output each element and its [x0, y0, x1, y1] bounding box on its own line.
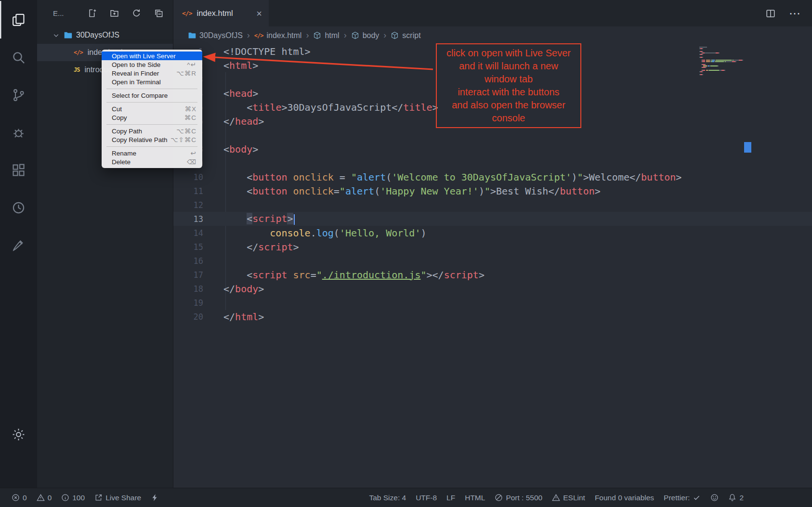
split-editor-button[interactable] — [766, 9, 775, 18]
code-line-15[interactable]: 15 </script> — [173, 240, 812, 254]
history-icon — [11, 200, 26, 215]
status-bolt[interactable] — [146, 494, 164, 502]
run-debug-button[interactable] — [0, 114, 37, 151]
html-file-icon: </> — [182, 10, 192, 17]
line-content: <html> — [203, 60, 258, 71]
menu-shortcut: ⌥⌘R — [176, 69, 196, 77]
code-line-20[interactable]: 20</html> — [173, 310, 812, 324]
new-file-button[interactable] — [88, 9, 97, 18]
line-number: 10 — [173, 172, 203, 182]
code-line-18[interactable]: 18</body> — [173, 282, 812, 296]
explorer-actions — [88, 9, 163, 18]
collapse-all-button[interactable] — [154, 9, 163, 18]
more-actions-icon[interactable]: ⋯ — [789, 8, 800, 19]
status-found-0-variables[interactable]: Found 0 variables — [590, 494, 659, 502]
settings-button[interactable] — [0, 416, 37, 453]
status-html[interactable]: HTML — [460, 494, 490, 502]
line-number: 11 — [173, 186, 203, 196]
statusbar-right: Tab Size: 4UTF-8LFHTMLPort : 5500ESLintF… — [364, 494, 805, 502]
menu-item-copy-path[interactable]: Copy Path⌥⌘C — [102, 127, 202, 135]
status-0[interactable]: 0 — [32, 494, 57, 502]
minimap-line — [699, 54, 744, 55]
code-line-7[interactable]: 7 — [173, 128, 812, 142]
folder-icon — [188, 31, 196, 39]
search-button[interactable] — [0, 39, 37, 76]
overview-ruler-marker — [744, 142, 751, 153]
menu-item-label: Open with Live Server — [112, 52, 176, 60]
code-line-11[interactable]: 11 <button onclick="alert('Happy New Yea… — [173, 184, 812, 198]
close-icon[interactable]: × — [256, 9, 262, 18]
menu-item-open-with-live-server[interactable]: Open with Live Server — [102, 52, 202, 60]
source-control-button[interactable] — [0, 76, 37, 114]
menu-separator — [106, 146, 197, 147]
symbol-icon — [351, 31, 359, 39]
status-port-5500[interactable]: Port : 5500 — [490, 494, 547, 502]
minimap-line — [699, 64, 744, 65]
new-folder-icon — [110, 9, 119, 18]
circle-slash-icon — [495, 494, 503, 502]
status-utf-8[interactable]: UTF-8 — [411, 494, 442, 502]
status-eslint[interactable]: ESLint — [547, 494, 590, 502]
folder-label: 30DaysOfJS — [76, 31, 119, 39]
code-line-8[interactable]: 8<body> — [173, 142, 812, 156]
split-editor-icon — [766, 9, 775, 18]
chevron-down-icon — [52, 32, 60, 39]
code-line-17[interactable]: 17 <script src="./introduction.js"></scr… — [173, 268, 812, 282]
history-button[interactable] — [0, 189, 37, 226]
status-prettier[interactable]: Prettier: — [659, 494, 706, 502]
breadcrumb-body[interactable]: body — [351, 31, 380, 40]
status-2[interactable]: 2 — [723, 494, 748, 502]
menu-item-copy[interactable]: Copy⌘C — [102, 113, 202, 122]
line-number: 19 — [173, 298, 203, 308]
code-line-13[interactable]: 13 <script> — [173, 212, 812, 226]
explorer-header: E... — [37, 0, 173, 26]
breadcrumb-index-html[interactable]: </>index.html — [254, 31, 302, 40]
code-line-12[interactable]: 12 — [173, 198, 812, 212]
status-text: 0 — [23, 494, 27, 502]
menu-separator — [106, 102, 197, 103]
html-file-icon: </> — [254, 32, 263, 39]
minimap[interactable] — [699, 47, 744, 75]
code-line-10[interactable]: 10 <button onclick = "alert('Welcome to … — [173, 170, 812, 184]
breadcrumb-label: body — [363, 31, 380, 40]
breadcrumb-script[interactable]: script — [391, 31, 420, 40]
new-folder-button[interactable] — [110, 9, 119, 18]
bell-icon — [728, 494, 736, 502]
line-content: <button onclick = "alert('Welcome to 30D… — [203, 171, 681, 183]
code-line-16[interactable]: 16 — [173, 254, 812, 268]
code-line-19[interactable]: 19 — [173, 296, 812, 310]
minimap-line — [699, 58, 744, 59]
menu-shortcut: ^↵ — [187, 61, 196, 68]
menu-item-reveal-in-finder[interactable]: Reveal in Finder⌥⌘R — [102, 69, 202, 78]
refresh-button[interactable] — [132, 9, 141, 18]
menu-item-delete[interactable]: Delete⌫ — [102, 157, 202, 166]
run-debug-icon — [11, 125, 26, 140]
pen-button[interactable] — [0, 226, 37, 264]
breadcrumb-html[interactable]: html — [313, 31, 339, 40]
line-content: </script> — [203, 241, 299, 253]
status-100[interactable]: 100 — [56, 494, 90, 502]
explorer-icon — [11, 13, 26, 27]
status-0[interactable]: 0 — [7, 494, 32, 502]
menu-item-select-for-compare[interactable]: Select for Compare — [102, 91, 202, 100]
menu-item-copy-relative-path[interactable]: Copy Relative Path⌥⇧⌘C — [102, 135, 202, 144]
extensions-button[interactable] — [0, 151, 37, 189]
code-line-9[interactable]: 9 — [173, 156, 812, 170]
status-smiley[interactable] — [706, 494, 723, 502]
code-line-14[interactable]: 14 console.log('Hello, World') — [173, 226, 812, 240]
folder-icon — [64, 31, 72, 39]
breadcrumb-30daysofjs[interactable]: 30DaysOfJS — [188, 31, 243, 40]
explorer-button[interactable] — [0, 1, 37, 39]
menu-item-rename[interactable]: Rename↩ — [102, 149, 202, 157]
folder-row-30daysofjs[interactable]: 30DaysOfJS — [37, 26, 173, 44]
menu-item-open-in-terminal[interactable]: Open in Terminal — [102, 78, 202, 86]
status-tab-size-4[interactable]: Tab Size: 4 — [364, 494, 411, 502]
line-number: 17 — [173, 270, 203, 280]
menu-item-open-to-the-side[interactable]: Open to the Side^↵ — [102, 60, 202, 69]
status-lf[interactable]: LF — [442, 494, 460, 502]
chevron-right-icon: › — [306, 30, 309, 40]
menu-item-cut[interactable]: Cut⌘X — [102, 104, 202, 113]
breadcrumb-label: 30DaysOfJS — [199, 31, 243, 40]
tab-index-html[interactable]: </> index.html × — [173, 0, 269, 26]
status-live-share[interactable]: Live Share — [90, 494, 146, 502]
